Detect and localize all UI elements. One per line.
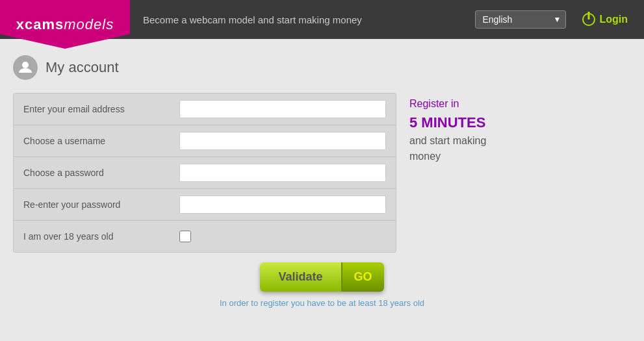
username-input[interactable] <box>179 132 386 150</box>
validate-button[interactable]: Validate GO <box>260 262 383 292</box>
reenter-password-input[interactable] <box>179 196 386 214</box>
money-text: money <box>409 151 441 162</box>
promo-text: Register in 5 MINUTES and start making m… <box>409 96 486 164</box>
logo-xcams: xcams <box>16 18 64 32</box>
language-selector-wrap: English Français Deutsch Español Italian… <box>475 10 566 29</box>
email-input[interactable] <box>179 100 386 118</box>
header-tagline: Become a webcam model and start making m… <box>143 14 475 25</box>
header-right: English Français Deutsch Español Italian… <box>475 10 634 29</box>
logo-models: models <box>64 18 114 32</box>
account-header: My account <box>13 55 631 80</box>
password-label: Choose a password <box>23 168 179 178</box>
age-checkbox[interactable] <box>179 231 191 242</box>
minutes-text: 5 MINUTES <box>409 112 486 133</box>
email-row: Enter your email address <box>14 94 396 125</box>
age-row: I am over 18 years old <box>14 221 396 252</box>
username-label: Choose a username <box>23 136 179 146</box>
login-button[interactable]: Login <box>576 10 634 29</box>
and-start-text: and start making <box>409 135 486 146</box>
password-row: Choose a password <box>14 157 396 189</box>
email-label: Enter your email address <box>23 104 179 114</box>
page-title: My account <box>45 59 119 76</box>
reenter-label: Re-enter your password <box>23 199 179 210</box>
register-note: In order to register you have to be at l… <box>220 298 424 308</box>
svg-point-0 <box>22 62 29 68</box>
main-content: My account Enter your email address Choo… <box>0 39 644 341</box>
age-label: I am over 18 years old <box>23 231 179 242</box>
reenter-row: Re-enter your password <box>14 189 396 221</box>
form-register-wrap: Enter your email address Choose a userna… <box>13 93 631 253</box>
go-label: GO <box>342 262 384 292</box>
validate-label: Validate <box>260 262 342 292</box>
password-input[interactable] <box>179 164 386 182</box>
logo-text: xcamsmodels <box>16 18 114 32</box>
submit-area: Validate GO In order to register you hav… <box>13 262 631 308</box>
language-select[interactable]: English Français Deutsch Español Italian… <box>475 10 566 29</box>
power-icon <box>582 13 595 26</box>
logo-wrap: xcamsmodels <box>0 0 130 39</box>
username-row: Choose a username <box>14 125 396 157</box>
registration-form: Enter your email address Choose a userna… <box>13 93 396 253</box>
header: xcamsmodels Become a webcam model and st… <box>0 0 644 39</box>
user-svg <box>18 60 33 75</box>
user-icon <box>13 55 38 80</box>
login-label: Login <box>599 14 628 25</box>
register-in-text: Register in <box>409 98 459 109</box>
